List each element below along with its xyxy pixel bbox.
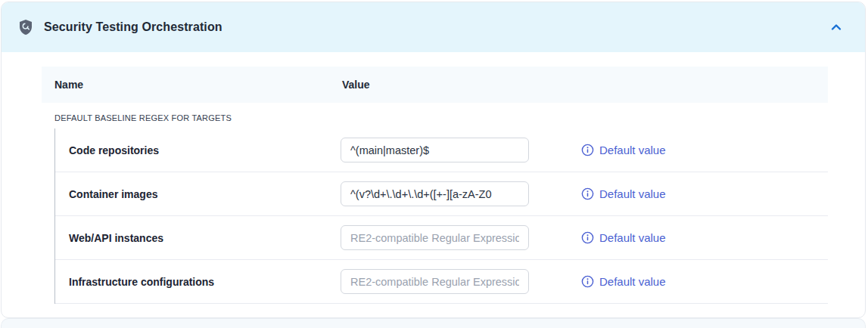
info-icon: [581, 231, 594, 244]
setting-name: Web/API instances: [69, 232, 341, 244]
page: Security Testing Orchestration Name Valu…: [0, 0, 868, 328]
panel-header[interactable]: Security Testing Orchestration: [2, 2, 865, 52]
column-header-value: Value: [342, 79, 370, 91]
regex-input-container-images[interactable]: [341, 181, 529, 206]
panel-title: Security Testing Orchestration: [44, 20, 222, 34]
setting-row-container-images: Container images Default value: [55, 172, 828, 216]
section-label: DEFAULT BASELINE REGEX FOR TARGETS: [54, 113, 828, 122]
settings-rows: Code repositories Default value Containe…: [54, 128, 828, 304]
setting-row-web-api-instances: Web/API instances Default value: [55, 216, 828, 260]
chevron-up-icon: [829, 20, 844, 35]
column-header-name: Name: [54, 79, 342, 91]
next-section-strip: [1, 318, 866, 328]
regex-input-infrastructure-configurations[interactable]: [341, 269, 529, 294]
info-icon: [581, 187, 594, 200]
panel-body: Name Value DEFAULT BASELINE REGEX FOR TA…: [2, 52, 865, 304]
default-value-button[interactable]: Default value: [581, 187, 666, 200]
info-icon: [581, 275, 594, 288]
regex-input-code-repositories[interactable]: [341, 138, 529, 162]
security-testing-orchestration-panel: Security Testing Orchestration Name Valu…: [1, 2, 866, 318]
regex-input-web-api-instances[interactable]: [341, 225, 529, 250]
default-value-button[interactable]: Default value: [581, 144, 666, 156]
setting-row-code-repositories: Code repositories Default value: [55, 128, 828, 172]
default-value-button[interactable]: Default value: [581, 275, 666, 288]
collapse-button[interactable]: [826, 17, 847, 38]
setting-row-infrastructure-configurations: Infrastructure configurations Default va…: [55, 260, 828, 304]
info-icon: [581, 144, 594, 156]
default-value-label: Default value: [599, 187, 666, 200]
setting-name: Code repositories: [69, 144, 341, 156]
shield-scan-icon: [18, 19, 33, 36]
default-value-label: Default value: [599, 275, 666, 288]
setting-name: Infrastructure configurations: [69, 276, 341, 288]
default-value-button[interactable]: Default value: [581, 231, 666, 244]
default-value-label: Default value: [599, 231, 666, 244]
table-header: Name Value: [42, 67, 828, 103]
default-value-label: Default value: [599, 144, 666, 156]
setting-name: Container images: [69, 188, 341, 200]
